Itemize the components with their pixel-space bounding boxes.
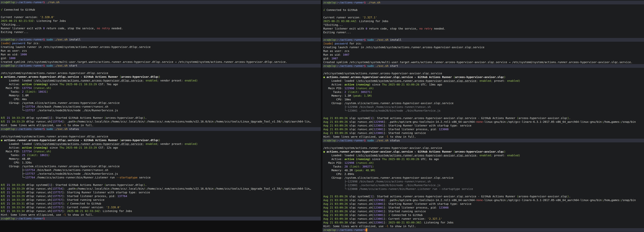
shell-prompt-line: zcs@slqc:~/actions-runner$ sudo ./svc.sh… <box>322 38 644 42</box>
terminal-line: Run as user: zcs <box>322 49 644 53</box>
terminal-line: Created symlink /etc/systemd/system/mult… <box>322 60 644 64</box>
terminal-line: ^CExiting... <box>0 23 321 27</box>
shell-prompt-line: zcs@dtlqc:~/actions-runner$ sudo ./svc.s… <box>0 38 321 42</box>
terminal-line: Memory: 48.2M (peak: 48.9M) <box>322 168 644 172</box>
terminal-line: CGroup: /system.slice/actions.runner.arc… <box>0 101 321 105</box>
terminal-line: └─123008 /home/zcs/actions-runner/bin/Ru… <box>322 187 644 191</box>
terminal-line: 8月 21 10:33:29 dtlqc runsvc.sh[137757]: … <box>0 194 321 198</box>
terminal-line: Loaded: loaded (/etc/systemd/system/acti… <box>322 79 644 83</box>
terminal-line: √ Connected to GitHub <box>322 8 644 12</box>
terminal-line <box>322 34 644 38</box>
cursor-block <box>366 228 367 231</box>
terminal-line: /etc/systemd/system/actions.runner.arceo… <box>0 71 321 75</box>
terminal-line: Current runner version: '2.327.1' <box>322 16 644 19</box>
shell-prompt-line: zcs@dtlqc:~/actions-runner$ sudo ./svc.s… <box>0 64 321 68</box>
terminal-line: Run as user: zcs <box>0 49 321 53</box>
terminal-line: Memory: 1.0M <box>0 94 321 97</box>
terminal-line: Hint: Some lines were ellipsized, use -l… <box>0 213 321 217</box>
terminal-line: Aug 21 03:09:26 slqc runsvc.sh[123001]: … <box>322 202 644 206</box>
terminal-line: CPU: 1.326s <box>0 161 321 164</box>
terminal-line: Main PID: 122998 (runsvc.sh) <box>322 161 644 165</box>
terminal-line: Exiting runner... <box>0 30 321 34</box>
terminal-line: Tasks: 2 (limit: 18631) <box>0 90 321 94</box>
terminal-line: 2025-08-21 02:21:53Z: Listening for Jobs <box>0 19 321 23</box>
terminal-line: /etc/systemd/system/actions.runner.arceo… <box>322 72 644 75</box>
terminal-line: Aug 21 03:09:26 slqc runsvc.sh[123001]: … <box>322 131 644 135</box>
terminal-line: Aug 21 03:09:26 slqc runsvc.sh[123001]: … <box>322 127 644 131</box>
terminal-line: Tasks: 28 (limit: 309271) <box>322 165 644 168</box>
terminal-line: Current runner version: '2.328.0' <box>0 15 321 19</box>
terminal-line: ├─122998 /bin/bash /home/zcs/actions-run… <box>322 180 644 183</box>
terminal-line: Memory: 48.4M <box>0 157 321 161</box>
desktop: zcs@dtlqc:~/actions-runner$ ./run.sh√ Co… <box>0 0 644 232</box>
terminal-line: Tasks: 25 (limit: 18631) <box>0 153 321 157</box>
terminal-line <box>322 191 644 194</box>
terminal-line: CGroup: /system.slice/actions.runner.arc… <box>322 101 644 105</box>
terminal-line: Aug 21 03:09:26 slqc systemd[1]: Started… <box>322 116 644 120</box>
terminal-line: Active: active (running) since Thu 2025-… <box>0 82 321 86</box>
terminal-line: ● actions.runner.arceos-hypervisor.dtlqc… <box>0 75 321 79</box>
terminal-line: Aug 21 03:09:28 slqc runsvc.sh[123001]: … <box>322 213 644 217</box>
terminal-pane-dtlqc[interactable]: zcs@dtlqc:~/actions-runner$ ./run.sh√ Co… <box>0 0 321 221</box>
terminal-line: ├─137757 ./externals/node20/bin/node ./b… <box>0 172 321 176</box>
terminal-line: 8月 21 10:33:29 dtlqc systemd[1]: Started… <box>0 183 321 187</box>
shell-prompt-line: zcs@slqc:~/actions-runner$ <box>322 228 644 232</box>
terminal-line: 8月 21 10:33:29 dtlqc runsvc.sh[137757]: … <box>0 190 321 194</box>
terminal-line: Creating launch runner in /etc/systemd/s… <box>322 46 644 49</box>
terminal-line <box>322 68 644 72</box>
terminal-line: √ Connected to GitHub <box>0 8 321 12</box>
terminal-line: Created symlink /etc/systemd/system/mult… <box>0 60 321 64</box>
terminal-line: Memory: 1.5M (peak: 1.5M) <box>322 94 644 98</box>
terminal-line: Hint: Some lines were ellipsized, use -l… <box>322 224 644 228</box>
terminal-pane-slqc[interactable]: zcs@slqc:~/actions-runner$ ./run.sh√ Con… <box>322 0 644 231</box>
terminal-line: ├─123001 ./externals/node20/bin/node ./b… <box>322 183 644 187</box>
terminal-line <box>0 34 321 38</box>
terminal-line: 8月 21 10:33:29 dtlqc systemd[1]: Started… <box>0 116 321 120</box>
terminal-line: Exiting runner... <box>322 31 644 34</box>
terminal-line: └─123001 ./externals/node20/bin/node ./b… <box>322 109 644 113</box>
terminal-line: Run as uid: 1000 <box>0 53 321 56</box>
terminal-line: /etc/systemd/system/actions.runner.arceo… <box>322 146 644 150</box>
terminal-line <box>0 112 321 116</box>
terminal-line: Aug 21 03:09:26 slqc runsvc.sh[123001]: … <box>322 209 644 213</box>
terminal-line: Aug 21 03:09:30 slqc runsvc.sh[123001]: … <box>322 221 644 224</box>
terminal-line: Aug 21 03:09:26 slqc runsvc.sh[123001]: … <box>322 206 644 209</box>
terminal-line: ● actions.runner.arceos-hypervisor.dtlqc… <box>0 138 321 142</box>
terminal-line: CPU: 10ms <box>322 98 644 101</box>
terminal-line: Run as uid: 1007 <box>322 53 644 57</box>
terminal-line: CPU: 2.094s <box>322 172 644 176</box>
terminal-line: Loaded: loaded (/etc/systemd/system/acti… <box>0 79 321 82</box>
terminal-line: Runner listener exit with 0 return code,… <box>322 27 644 31</box>
terminal-line: 2025-08-21 03:08:44Z: Listening for Jobs <box>322 19 644 23</box>
terminal-line: └─137757 ./externals/node20/bin/node ./b… <box>0 109 321 112</box>
terminal-line: 8月 21 10:33:29 dtlqc runsvc.sh[137754]: … <box>0 120 321 123</box>
terminal-line: ● actions.runner.arceos-hypervisor-axvis… <box>322 75 644 79</box>
terminal-line: /etc/systemd/system/actions.runner.arceo… <box>0 135 321 138</box>
terminal-line: 8月 21 10:33:34 dtlqc runsvc.sh[137757]: … <box>0 209 321 213</box>
terminal-line: Loaded: loaded (/etc/systemd/system/acti… <box>0 142 321 146</box>
terminal-line: 8月 21 10:33:29 dtlqc runsvc.sh[137754]: … <box>0 187 321 190</box>
terminal-line: Creating launch runner in /etc/systemd/s… <box>0 45 321 49</box>
shell-prompt-line: zcs@dtlqc:~/actions-runner$ sudo ./svc.s… <box>0 127 321 131</box>
terminal-line <box>322 142 644 146</box>
terminal-line <box>0 68 321 71</box>
terminal-line: 8月 21 10:33:34 dtlqc runsvc.sh[137757]: … <box>0 205 321 209</box>
terminal-line: [sudo] password for zcs: <box>0 42 321 45</box>
terminal-line: Hint: Some lines were ellipsized, use -l… <box>0 123 321 127</box>
terminal-line <box>0 4 321 8</box>
shell-prompt-line: zcs@dtlqc:~/actions-runner$ ./run.sh <box>0 1 321 4</box>
terminal-line: [sudo] password for zcs: <box>322 42 644 46</box>
terminal-line: CPU: 4ms <box>0 97 321 101</box>
terminal-line <box>322 113 644 116</box>
terminal-line: 8月 21 10:33:31 dtlqc runsvc.sh[137757]: … <box>0 202 321 205</box>
terminal-line <box>322 12 644 16</box>
terminal-line: ├─137754 /bin/bash /home/zcs/actions-run… <box>0 168 321 172</box>
terminal-line: gid: 1000 <box>0 56 321 60</box>
shell-prompt-line: zcs@slqc:~/actions-runner$ sudo ./svc.sh… <box>322 64 644 68</box>
terminal-line: Aug 21 03:09:26 slqc runsvc.sh[122998]: … <box>322 120 644 124</box>
terminal-line: Active: active (running) since Thu 2025-… <box>322 157 644 161</box>
terminal-line: Main PID: 137754 (runsvc.sh) <box>0 150 321 153</box>
terminal-line: Aug 21 03:09:26 slqc systemd[1]: Started… <box>322 194 644 198</box>
terminal-line: Runner listener exit with 0 return code,… <box>0 27 321 30</box>
terminal-line: Active: active (running) since Thu 2025-… <box>322 83 644 86</box>
